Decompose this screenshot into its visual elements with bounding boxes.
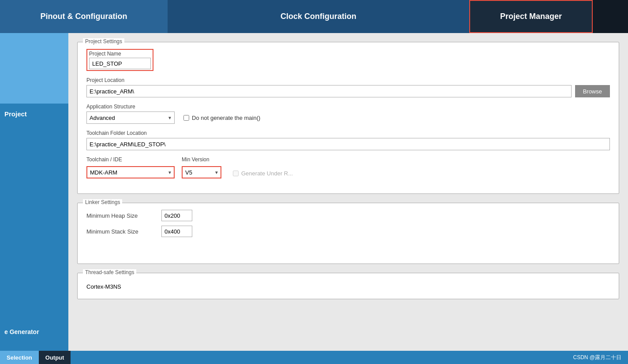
project-settings-title: Project Settings xyxy=(83,38,124,45)
sidebar-generator-label: e Generator xyxy=(2,322,66,342)
cortex-label-container: Cortex-M3NS xyxy=(86,283,610,290)
generate-under-wrapper: Generate Under R... xyxy=(228,170,293,178)
status-tab-output[interactable]: Output xyxy=(39,351,71,364)
project-name-row: Project Name xyxy=(86,49,610,71)
linker-settings-group: Linker Settings Minimum Heap Size Minimu… xyxy=(77,203,619,264)
min-heap-row: Minimum Heap Size xyxy=(86,210,610,221)
project-location-input[interactable] xyxy=(86,85,572,97)
sidebar-top-section xyxy=(0,33,68,104)
toolchain-folder-input[interactable] xyxy=(86,138,610,150)
min-version-label: Min Version xyxy=(182,156,221,163)
browse-button[interactable]: Browse xyxy=(575,85,610,97)
top-nav: Pinout & Configuration Clock Configurati… xyxy=(0,0,628,33)
app-structure-select-wrapper: Advanced Basic xyxy=(86,111,175,124)
toolchain-ide-row: Toolchain / IDE MDK-ARM STM32CubeIDE Mak… xyxy=(86,156,610,178)
project-name-input[interactable] xyxy=(89,58,151,69)
generate-under-label[interactable]: Generate Under R... xyxy=(233,170,293,177)
nav-dark-end xyxy=(593,0,628,33)
thread-safe-title: Thread-safe Settings xyxy=(83,269,136,275)
project-location-row: Project Location Browse xyxy=(86,77,610,97)
toolchain-ide-label: Toolchain / IDE xyxy=(86,156,175,163)
content-panel: Project Settings Project Name Project Lo… xyxy=(68,33,628,351)
app-structure-select[interactable]: Advanced Basic xyxy=(86,111,175,124)
min-version-field: Min Version V5 V4 V6 xyxy=(182,156,221,178)
do-not-generate-checkbox[interactable] xyxy=(183,115,189,121)
app-structure-row: Application Structure Advanced Basic Do … xyxy=(86,104,610,124)
status-tab-selection[interactable]: Selection xyxy=(0,351,39,364)
linker-settings-title: Linker Settings xyxy=(83,199,122,205)
cortex-label: Cortex-M3NS xyxy=(86,283,121,290)
toolchain-folder-row: Toolchain Folder Location xyxy=(86,130,610,150)
min-version-select-wrapper: V5 V4 V6 xyxy=(182,166,221,178)
tab-clock[interactable]: Clock Configuration xyxy=(168,0,469,33)
thread-safe-settings-group: Thread-safe Settings Cortex-M3NS xyxy=(77,273,619,299)
project-name-label: Project Name xyxy=(89,51,151,57)
toolchain-controls: Toolchain / IDE MDK-ARM STM32CubeIDE Mak… xyxy=(86,156,610,178)
toolchain-folder-label: Toolchain Folder Location xyxy=(86,130,610,136)
status-bar-watermark: CSDN @露月二十日 xyxy=(573,354,628,361)
sidebar-bottom: e Generator xyxy=(0,313,68,351)
app-structure-label: Application Structure xyxy=(86,104,610,110)
min-heap-label: Minimum Heap Size xyxy=(86,212,157,219)
generate-under-checkbox xyxy=(233,171,239,176)
min-stack-input[interactable] xyxy=(161,226,192,237)
min-version-select[interactable]: V5 V4 V6 xyxy=(182,166,221,178)
sidebar: Project e Generator xyxy=(0,33,68,351)
min-stack-label: Minimum Stack Size xyxy=(86,228,157,235)
do-not-generate-label[interactable]: Do not generate the main() xyxy=(183,115,260,121)
tab-pinout[interactable]: Pinout & Configuration xyxy=(0,0,168,33)
sidebar-middle xyxy=(0,124,68,313)
min-heap-input[interactable] xyxy=(161,210,192,221)
main-content: Project e Generator Project Settings Pro… xyxy=(0,33,628,351)
sidebar-project-label: Project xyxy=(0,104,68,124)
app-struct-controls: Advanced Basic Do not generate the main(… xyxy=(86,111,610,124)
project-name-box: Project Name xyxy=(86,49,153,71)
toolchain-ide-select[interactable]: MDK-ARM STM32CubeIDE Makefile xyxy=(86,166,175,178)
min-stack-row: Minimum Stack Size xyxy=(86,226,610,237)
project-settings-group: Project Settings Project Name Project Lo… xyxy=(77,42,619,194)
toolchain-ide-field: Toolchain / IDE MDK-ARM STM32CubeIDE Mak… xyxy=(86,156,175,178)
project-location-label: Project Location xyxy=(86,77,610,83)
toolchain-ide-select-wrapper: MDK-ARM STM32CubeIDE Makefile xyxy=(86,166,175,178)
tab-project-manager[interactable]: Project Manager xyxy=(469,0,593,33)
project-location-input-row: Browse xyxy=(86,85,610,97)
status-bar: Selection Output CSDN @露月二十日 xyxy=(0,351,628,364)
